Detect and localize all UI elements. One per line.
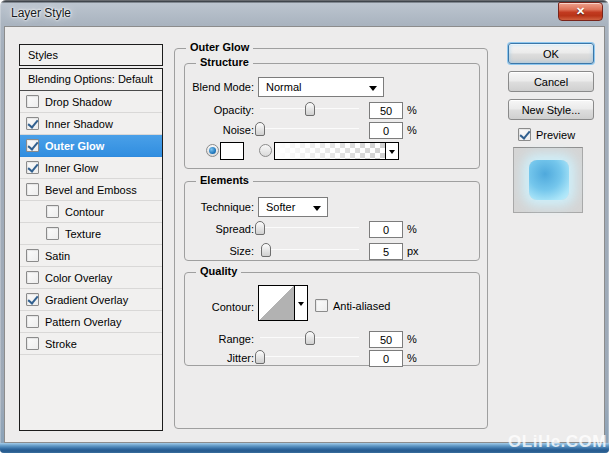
quality-group-title: Quality (196, 265, 241, 277)
blend-mode-dropdown[interactable]: Normal (258, 77, 384, 97)
style-preview-thumbnail (513, 147, 583, 213)
sidebar-item-label: Bevel and Emboss (45, 184, 137, 196)
checkbox[interactable] (26, 293, 39, 306)
checkbox[interactable] (26, 139, 39, 152)
anti-aliased-label: Anti-aliased (333, 300, 390, 312)
opacity-input[interactable] (369, 102, 403, 119)
window-title: Layer Style (11, 6, 71, 20)
spread-slider[interactable] (260, 220, 359, 236)
ok-button[interactable]: OK (508, 43, 594, 64)
blend-mode-value: Normal (266, 81, 301, 93)
technique-dropdown[interactable]: Softer (258, 197, 328, 217)
contour-dropdown-arrow[interactable] (294, 286, 307, 320)
range-input[interactable] (369, 331, 403, 348)
sidebar-item-label: Outer Glow (45, 140, 104, 152)
chevron-down-icon (313, 206, 321, 211)
elements-group: Elements Technique: Softer Spread: % Siz… (184, 181, 480, 261)
noise-slider[interactable] (260, 121, 359, 137)
sidebar-item-label: Drop Shadow (45, 96, 112, 108)
slider-thumb[interactable] (261, 243, 271, 257)
styles-header: Styles (19, 44, 163, 66)
sidebar-item-pattern-overlay[interactable]: Pattern Overlay (20, 311, 162, 333)
opacity-label: Opacity: (185, 104, 254, 116)
noise-label: Noise: (185, 124, 254, 136)
sidebar-item-color-overlay[interactable]: Color Overlay (20, 267, 162, 289)
preview-checkbox[interactable] (518, 128, 531, 141)
close-icon: ✕ (559, 3, 602, 20)
blend-mode-label: Blend Mode: (185, 81, 254, 93)
slider-thumb[interactable] (255, 221, 265, 235)
glow-preview-swatch (529, 160, 569, 200)
spread-input[interactable] (369, 221, 403, 238)
close-button[interactable]: ✕ (558, 2, 603, 21)
new-style-button[interactable]: New Style... (508, 99, 594, 120)
layer-style-dialog: Layer Style ✕ Styles Blending Options: D… (0, 0, 609, 453)
range-slider[interactable] (260, 330, 359, 346)
checkbox[interactable] (26, 315, 39, 328)
checkbox[interactable] (26, 183, 39, 196)
jitter-input[interactable] (369, 350, 403, 367)
gradient-dropdown-arrow[interactable] (385, 143, 398, 159)
sidebar-item-label: Color Overlay (45, 272, 112, 284)
checkbox[interactable] (46, 205, 59, 218)
slider-thumb[interactable] (305, 331, 315, 345)
sidebar-item-stroke[interactable]: Stroke (20, 333, 162, 355)
sidebar-item-contour[interactable]: Contour (20, 201, 162, 223)
slider-track (260, 227, 359, 228)
sidebar-item-inner-shadow[interactable]: Inner Shadow (20, 113, 162, 135)
color-radio[interactable] (206, 144, 219, 157)
slider-thumb[interactable] (255, 122, 265, 136)
glow-color-swatch[interactable] (220, 142, 244, 160)
sidebar-item-label: Stroke (45, 338, 77, 350)
structure-group-title: Structure (196, 56, 253, 68)
noise-input[interactable] (369, 122, 403, 139)
chevron-down-icon (369, 86, 377, 91)
technique-label: Technique: (185, 201, 254, 213)
sidebar-item-label: Satin (45, 250, 70, 262)
sidebar-item-inner-glow[interactable]: Inner Glow (20, 157, 162, 179)
dialog-client-area: Styles Blending Options: Default Drop Sh… (4, 26, 605, 443)
range-unit: % (407, 333, 417, 345)
styles-list: Blending Options: Default Drop Shadow In… (19, 68, 163, 431)
range-label: Range: (185, 333, 254, 345)
anti-aliased-checkbox[interactable] (315, 299, 328, 312)
sidebar-item-drop-shadow[interactable]: Drop Shadow (20, 91, 162, 113)
slider-track (260, 128, 359, 129)
size-slider[interactable] (260, 242, 359, 258)
panel-title: Outer Glow (186, 41, 253, 53)
checkbox[interactable] (26, 95, 39, 108)
checkbox[interactable] (46, 227, 59, 240)
sidebar-item-bevel-and-emboss[interactable]: Bevel and Emboss (20, 179, 162, 201)
sidebar-item-outer-glow[interactable]: Outer Glow (20, 135, 162, 157)
sidebar-item-label: Gradient Overlay (45, 294, 128, 306)
titlebar[interactable]: Layer Style ✕ (0, 0, 609, 26)
sidebar-item-label: Texture (65, 228, 101, 240)
jitter-slider[interactable] (260, 349, 359, 365)
sidebar-item-satin[interactable]: Satin (20, 245, 162, 267)
checkbox[interactable] (26, 337, 39, 350)
screenshot-stage: Layer Style ✕ Styles Blending Options: D… (0, 0, 609, 453)
sidebar-item-label: Contour (65, 206, 104, 218)
checkbox[interactable] (26, 117, 39, 130)
slider-track (260, 249, 359, 250)
slider-thumb[interactable] (255, 350, 265, 364)
contour-label: Contour: (185, 301, 254, 313)
slider-thumb[interactable] (305, 102, 315, 116)
sidebar-item-blending-options[interactable]: Blending Options: Default (20, 69, 162, 91)
gradient-picker[interactable] (274, 142, 399, 160)
sidebar-item-texture[interactable]: Texture (20, 223, 162, 245)
cancel-button[interactable]: Cancel (508, 71, 594, 92)
size-label: Size: (185, 245, 254, 257)
sidebar-item-label: Pattern Overlay (45, 316, 121, 328)
gradient-radio[interactable] (259, 144, 272, 157)
spread-label: Spread: (185, 223, 254, 235)
size-input[interactable] (369, 243, 403, 260)
technique-value: Softer (266, 201, 295, 213)
sidebar-item-gradient-overlay[interactable]: Gradient Overlay (20, 289, 162, 311)
checkbox[interactable] (26, 249, 39, 262)
contour-picker[interactable] (258, 285, 308, 321)
checkbox[interactable] (26, 271, 39, 284)
opacity-slider[interactable] (260, 101, 359, 117)
checkbox[interactable] (26, 161, 39, 174)
jitter-unit: % (407, 352, 417, 364)
